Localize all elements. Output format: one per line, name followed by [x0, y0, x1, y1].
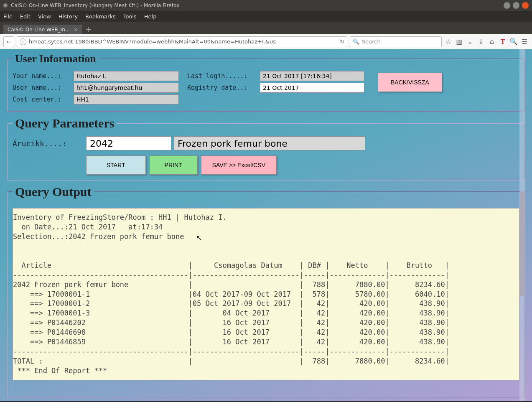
print-button[interactable]: PRINT [149, 155, 198, 175]
menu-history[interactable]: History [59, 13, 78, 20]
back-button-page[interactable]: BACK/VISSZA [378, 73, 442, 92]
hamburger-menu-icon[interactable]: ☰ [520, 38, 529, 46]
user-info-legend: User Information [13, 53, 99, 65]
window-titlebar: CaIS© On-Line WEB_Inventory (Hungary Mea… [0, 0, 532, 11]
menu-edit[interactable]: Edit [20, 13, 31, 20]
window-maximize-button[interactable] [513, 2, 519, 9]
browser-menubar: File Edit View History Bookmarks Tools H… [0, 11, 532, 22]
last-login-field[interactable] [260, 71, 364, 81]
query-output-fieldset: Query Output Inventory of FreezingStore/… [7, 185, 525, 398]
user-info-fieldset: User Information Your name...: User name… [7, 53, 525, 112]
scrollbar-thumb[interactable] [520, 191, 525, 296]
menu-tools[interactable]: Tools [123, 13, 137, 20]
arucikk-label: Árucikk....: [13, 139, 84, 148]
start-button[interactable]: START [86, 155, 146, 175]
tab-title: CaIS© On-Line WEB_In… [8, 27, 70, 33]
search-placeholder: Search [362, 38, 381, 45]
browser-tab[interactable]: CaIS© On-Line WEB_In… × [3, 25, 82, 34]
query-params-legend: Query Parameters [13, 116, 117, 130]
tab-close-icon[interactable]: × [74, 26, 78, 33]
tab-bar: CaIS© On-Line WEB_In… × + [0, 22, 532, 34]
browser-toolbar: ← i hmeat.sytes.net:1980/BBD^WEBINV?modu… [0, 34, 532, 49]
app-dot-icon [3, 3, 8, 8]
save-csv-button[interactable]: SAVE >> Excel/CSV [201, 155, 277, 175]
user-name-field[interactable] [74, 83, 179, 93]
pocket-icon[interactable]: ⌄ [466, 38, 474, 46]
window-close-button[interactable] [522, 2, 529, 9]
menu-file[interactable]: File [3, 13, 13, 20]
downloads-icon[interactable]: ↓ [477, 38, 485, 46]
library-icon[interactable]: ▥ [455, 38, 463, 46]
article-code-input[interactable] [86, 136, 171, 150]
window-title: CaIS© On-Line WEB_Inventory (Hungary Mea… [11, 3, 179, 8]
new-tab-button[interactable]: + [86, 25, 92, 34]
site-info-icon[interactable]: i [20, 38, 26, 45]
zoom-icon[interactable]: 🔍 [509, 38, 518, 46]
menu-bookmarks[interactable]: Bookmarks [85, 13, 116, 20]
cost-center-label: Cost center.: [13, 96, 71, 103]
window-minimize-button[interactable] [504, 2, 510, 9]
page-body: User Information Your name...: User name… [0, 49, 532, 401]
your-name-label: Your name...: [13, 72, 71, 80]
cost-center-field[interactable] [74, 94, 179, 104]
menu-help[interactable]: Help [144, 13, 157, 20]
reg-date-field[interactable] [260, 83, 364, 93]
your-name-field[interactable] [74, 71, 179, 81]
search-icon: 🔍 [353, 38, 359, 45]
bookmark-star-icon[interactable]: ☆ [444, 38, 453, 46]
page-scrollbar[interactable] [519, 49, 525, 401]
back-button[interactable]: ← [3, 36, 14, 47]
user-name-label: User name...: [13, 84, 71, 92]
url-text: hmeat.sytes.net:1980/BBD^WEBINV?module=w… [29, 38, 337, 45]
query-params-fieldset: Query Parameters Árucikk....: START PRIN… [7, 116, 525, 181]
article-desc-field[interactable] [174, 136, 365, 150]
reload-icon[interactable]: ↻ [340, 38, 344, 45]
last-login-label: Last login.....: [187, 72, 257, 80]
menu-view[interactable]: View [38, 13, 51, 20]
home-icon[interactable]: ⌂ [488, 38, 496, 46]
query-output-legend: Query Output [13, 185, 94, 199]
reg-date-label: Registry date..: [187, 84, 257, 92]
report-output: Inventory of FreezingStore/Room : HH1 | … [13, 208, 519, 380]
url-bar[interactable]: i hmeat.sytes.net:1980/BBD^WEBINV?module… [17, 36, 347, 47]
text-style-icon[interactable]: T [499, 38, 507, 46]
search-bar[interactable]: 🔍 Search [350, 36, 442, 47]
